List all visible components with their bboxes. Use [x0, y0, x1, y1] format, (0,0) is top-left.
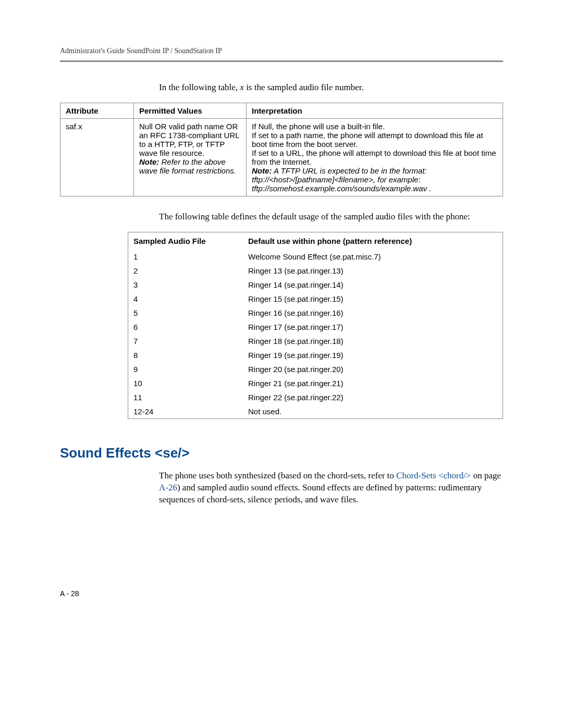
- table-row: 8Ringer 19 (se.pat.ringer.19): [128, 348, 503, 362]
- cell-sampled-file: 1: [128, 250, 243, 264]
- section-title-sound-effects: Sound Effects <se/>: [60, 445, 503, 461]
- cell-sampled-file: 10: [128, 376, 243, 390]
- usage-table: Sampled Audio File Default use within ph…: [128, 232, 503, 419]
- cell-sampled-file: 8: [128, 348, 243, 362]
- table-row: 11Ringer 22 (se.pat.ringer.22): [128, 390, 503, 404]
- table-row: 10Ringer 21 (se.pat.ringer.21): [128, 376, 503, 390]
- cell-sampled-file: 12-24: [128, 404, 243, 419]
- interp-note-label: Note:: [252, 166, 272, 175]
- table-row: 6Ringer 17 (se.pat.ringer.17): [128, 320, 503, 334]
- attribute-table: Attribute Permitted Values Interpretatio…: [60, 103, 503, 196]
- cell-default-use: Ringer 20 (se.pat.ringer.20): [243, 362, 503, 376]
- perm-main: Null OR valid path name OR an RFC 1738-c…: [139, 122, 239, 157]
- link-chord-sets[interactable]: Chord-Sets <chord/>: [396, 471, 471, 480]
- page-number: A - 28: [60, 589, 503, 598]
- interp-l1: If Null, the phone will use a built-in f…: [252, 122, 385, 131]
- th-interpretation: Interpretation: [247, 103, 503, 119]
- cell-default-use: Ringer 13 (se.pat.ringer.13): [243, 264, 503, 278]
- intro1-variable: x: [240, 82, 244, 92]
- table-row: 3Ringer 14 (se.pat.ringer.14): [128, 278, 503, 292]
- body-mid1: on page: [471, 471, 501, 480]
- intro1-pre: In the following table,: [159, 82, 240, 92]
- intro1-post: is the sampled audio file number.: [244, 82, 364, 92]
- cell-sampled-file: 4: [128, 292, 243, 306]
- running-header: Administrator's Guide SoundPoint IP / So…: [60, 47, 503, 55]
- intro-paragraph-1: In the following table, x is the sampled…: [159, 82, 503, 93]
- cell-default-use: Ringer 14 (se.pat.ringer.14): [243, 278, 503, 292]
- table-row: 12-24Not used.: [128, 404, 503, 419]
- document-page: Administrator's Guide SoundPoint IP / So…: [0, 0, 563, 629]
- th-sampled-file: Sampled Audio File: [128, 232, 243, 250]
- usage-header-row: Sampled Audio File Default use within ph…: [128, 232, 503, 250]
- intro-paragraph-2: The following table defines the default …: [159, 211, 503, 223]
- table-row: 9Ringer 20 (se.pat.ringer.20): [128, 362, 503, 376]
- cell-default-use: Not used.: [243, 404, 503, 419]
- cell-sampled-file: 5: [128, 306, 243, 320]
- cell-default-use: Ringer 15 (se.pat.ringer.15): [243, 292, 503, 306]
- table-row: 5Ringer 16 (se.pat.ringer.16): [128, 306, 503, 320]
- th-attribute: Attribute: [60, 103, 134, 119]
- cell-sampled-file: 2: [128, 264, 243, 278]
- body-pre: The phone uses both synthesized (based o…: [159, 471, 396, 480]
- cell-sampled-file: 6: [128, 320, 243, 334]
- th-permitted: Permitted Values: [134, 103, 247, 119]
- cell-default-use: Ringer 21 (se.pat.ringer.21): [243, 376, 503, 390]
- cell-permitted: Null OR valid path name OR an RFC 1738-c…: [134, 119, 247, 196]
- perm-note-label: Note:: [139, 157, 159, 166]
- table-row: 2Ringer 13 (se.pat.ringer.13): [128, 264, 503, 278]
- cell-sampled-file: 11: [128, 390, 243, 404]
- cell-default-use: Ringer 22 (se.pat.ringer.22): [243, 390, 503, 404]
- cell-default-use: Ringer 16 (se.pat.ringer.16): [243, 306, 503, 320]
- cell-interpretation: If Null, the phone will use a built-in f…: [247, 119, 503, 196]
- th-default-use: Default use within phone (pattern refere…: [243, 232, 503, 250]
- interp-l3: If set to a URL, the phone will attempt …: [252, 149, 496, 166]
- cell-default-use: Welcome Sound Effect (se.pat.misc.7): [243, 250, 503, 264]
- cell-sampled-file: 3: [128, 278, 243, 292]
- cell-default-use: Ringer 18 (se.pat.ringer.18): [243, 334, 503, 348]
- table-row: 7Ringer 18 (se.pat.ringer.18): [128, 334, 503, 348]
- body-post: ) and sampled audio sound effects. Sound…: [159, 483, 482, 504]
- interp-l2: If set to a path name, the phone will at…: [252, 131, 483, 149]
- table-header-row: Attribute Permitted Values Interpretatio…: [60, 103, 503, 119]
- header-rule: [60, 60, 503, 62]
- cell-attribute: saf.x: [60, 119, 134, 196]
- interp-note-rest: A TFTP URL is expected to be in the form…: [252, 166, 431, 193]
- table-row: 1Welcome Sound Effect (se.pat.misc.7): [128, 250, 503, 264]
- cell-sampled-file: 9: [128, 362, 243, 376]
- section-body: The phone uses both synthesized (based o…: [159, 470, 503, 506]
- table-row: 4Ringer 15 (se.pat.ringer.15): [128, 292, 503, 306]
- table-row: saf.x Null OR valid path name OR an RFC …: [60, 119, 503, 196]
- cell-default-use: Ringer 19 (se.pat.ringer.19): [243, 348, 503, 362]
- cell-sampled-file: 7: [128, 334, 243, 348]
- cell-default-use: Ringer 17 (se.pat.ringer.17): [243, 320, 503, 334]
- link-page-ref[interactable]: A-26: [159, 483, 177, 492]
